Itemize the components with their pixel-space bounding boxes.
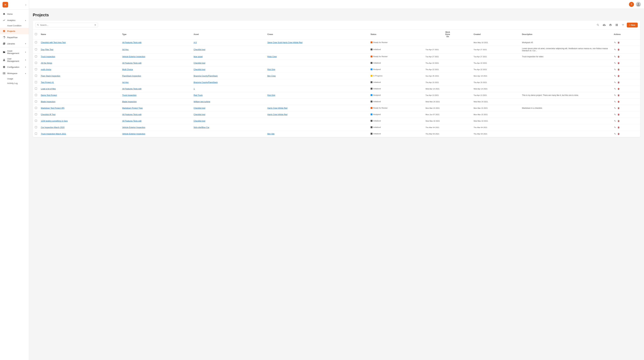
project-asset-link[interactable]: A-5 bbox=[194, 41, 197, 44]
project-crews-link[interactable]: Rob Only bbox=[268, 68, 275, 71]
edit-button[interactable]: ✎ bbox=[614, 41, 616, 44]
project-asset-link[interactable]: Checklist test bbox=[194, 68, 205, 71]
delete-button[interactable]: 🗑 bbox=[617, 119, 620, 123]
edit-button[interactable]: ✎ bbox=[614, 68, 616, 71]
project-name-link[interactable]: Checklist IR Test bbox=[41, 113, 56, 116]
help-button[interactable]: ? bbox=[629, 2, 634, 7]
project-name-link[interactable]: 1234 testing something in here bbox=[41, 120, 68, 122]
row-checkbox-3[interactable] bbox=[35, 62, 37, 64]
project-name-link[interactable]: Test Project #1 bbox=[41, 81, 54, 83]
project-crews-link[interactable]: Ben Crew bbox=[268, 75, 276, 77]
edit-button[interactable]: ✎ bbox=[614, 87, 616, 90]
edit-button[interactable]: ✎ bbox=[614, 55, 616, 58]
sidebar-item-repairflow[interactable]: RepairFlow bbox=[0, 34, 29, 41]
project-name-link[interactable]: Truck Inspection March 2021 bbox=[41, 133, 66, 135]
edit-button[interactable]: ✎ bbox=[614, 119, 616, 123]
project-asset-link[interactable]: Checklist test bbox=[194, 113, 205, 116]
project-type-link[interactable]: Vehicle Exterior Inspection bbox=[122, 56, 145, 58]
project-crews-link[interactable]: Ben Site bbox=[268, 133, 274, 135]
row-checkbox-5[interactable] bbox=[35, 75, 37, 77]
project-type-link[interactable]: Markdown Project Type bbox=[122, 107, 142, 109]
project-name-link[interactable]: Dup Files Test bbox=[41, 49, 53, 51]
row-checkbox-1[interactable] bbox=[35, 48, 37, 50]
new-project-button[interactable]: + New bbox=[627, 23, 638, 28]
project-type-link[interactable]: Multi Choice bbox=[122, 68, 133, 71]
project-type-link[interactable]: All Features Tests edit bbox=[122, 113, 142, 116]
project-asset-link[interactable]: blue asset bbox=[194, 56, 202, 58]
project-type-link[interactable]: Ad Hoc bbox=[122, 49, 129, 51]
project-asset-link[interactable]: Checklist test bbox=[194, 62, 205, 64]
sidebar-item-activity-log[interactable]: Activity Log bbox=[7, 81, 29, 86]
select-all-checkbox[interactable] bbox=[35, 33, 37, 35]
sidebar-item-home[interactable]: Home bbox=[0, 11, 29, 17]
edit-button[interactable]: ✎ bbox=[614, 107, 616, 110]
project-name-link[interactable]: Truck Inspection bbox=[41, 56, 55, 58]
row-checkbox-6[interactable] bbox=[35, 81, 37, 83]
row-checkbox-11[interactable] bbox=[35, 113, 37, 115]
search-clear-button[interactable]: ✕ bbox=[94, 24, 96, 26]
sidebar-item-asset-management[interactable]: Asset Management ▼ bbox=[0, 48, 29, 56]
project-type-link[interactable]: Blade Inspection bbox=[122, 101, 137, 103]
project-crews-link[interactable]: Harris Crew Infinite Red bbox=[268, 113, 287, 116]
project-asset-link[interactable]: Brazoria County/FlareStack bbox=[194, 81, 218, 83]
delete-button[interactable]: 🗑 bbox=[617, 132, 620, 135]
edit-button[interactable]: ✎ bbox=[614, 126, 616, 129]
delete-button[interactable]: 🗑 bbox=[617, 81, 620, 84]
delete-button[interactable]: 🗑 bbox=[617, 48, 620, 51]
project-name-link[interactable]: Checklist with Text Area Test bbox=[41, 41, 66, 44]
edit-button[interactable]: ✎ bbox=[614, 74, 616, 78]
filter-button[interactable] bbox=[620, 23, 626, 28]
row-checkbox-0[interactable] bbox=[35, 41, 37, 43]
edit-button[interactable]: ✎ bbox=[614, 113, 616, 116]
sidebar-item-workspace[interactable]: Workspace ▲ bbox=[0, 70, 29, 76]
project-type-link[interactable]: All Features Tests edit bbox=[122, 88, 142, 90]
project-name-link[interactable]: All the things bbox=[41, 62, 52, 64]
project-type-link[interactable]: FlareStack Inspection bbox=[122, 75, 141, 77]
row-checkbox-4[interactable] bbox=[35, 68, 37, 70]
project-type-link[interactable]: Truck Inspection bbox=[122, 94, 136, 96]
project-name-link[interactable]: Blade Inspection bbox=[41, 101, 55, 103]
sidebar-item-user-management[interactable]: User Management ▼ bbox=[0, 56, 29, 64]
print-button[interactable] bbox=[608, 23, 613, 28]
delete-button[interactable]: 🗑 bbox=[617, 87, 620, 90]
project-name-link[interactable]: Load a lot of files bbox=[41, 88, 56, 90]
project-asset-link[interactable]: Checklist test bbox=[194, 49, 205, 51]
project-name-link[interactable]: Flare Stack Inspection bbox=[41, 75, 60, 77]
project-asset-link[interactable]: Red Truck bbox=[194, 94, 202, 96]
row-checkbox-2[interactable] bbox=[35, 55, 37, 57]
delete-button[interactable]: 🗑 bbox=[617, 55, 620, 58]
sidebar-item-usage[interactable]: Usage bbox=[7, 76, 29, 81]
row-checkbox-10[interactable] bbox=[35, 107, 37, 109]
project-type-link[interactable]: All Features Tests edit bbox=[122, 120, 142, 122]
sidebar-collapse-button[interactable]: ‹ bbox=[26, 3, 26, 7]
edit-button[interactable]: ✎ bbox=[614, 62, 616, 65]
project-type-link[interactable]: Vehicle Exterior Inspection bbox=[122, 126, 145, 128]
delete-button[interactable]: 🗑 bbox=[617, 113, 620, 116]
row-checkbox-9[interactable] bbox=[35, 100, 37, 102]
project-crews-link[interactable]: Robs Crew bbox=[268, 56, 277, 58]
project-crews-link[interactable]: Harris Crew Infinite Red bbox=[268, 107, 287, 109]
search-input[interactable] bbox=[40, 24, 94, 26]
project-asset-link[interactable]: 1 bbox=[194, 88, 195, 90]
project-type-link[interactable]: All Features Tests edit bbox=[122, 62, 142, 64]
project-asset-link[interactable]: William test turbine bbox=[194, 101, 210, 103]
sidebar-item-configuration[interactable]: Configuration ▼ bbox=[0, 64, 29, 70]
project-crews-link[interactable]: Rob Only bbox=[268, 94, 275, 96]
edit-button[interactable]: ✎ bbox=[614, 94, 616, 97]
row-checkbox-8[interactable] bbox=[35, 94, 37, 96]
project-asset-link[interactable]: Nick-site/Blue Car bbox=[194, 126, 209, 128]
delete-button[interactable]: 🗑 bbox=[617, 100, 620, 103]
project-type-link[interactable]: All Features Tests edit bbox=[122, 41, 142, 44]
delete-button[interactable]: 🗑 bbox=[617, 41, 620, 44]
sidebar-item-libraries[interactable]: Libraries ▼ bbox=[0, 41, 29, 47]
project-name-link[interactable]: Demo Test Project bbox=[41, 94, 57, 96]
sidebar-item-asset-condition[interactable]: Asset Condition bbox=[7, 23, 29, 28]
delete-button[interactable]: 🗑 bbox=[617, 68, 620, 71]
row-checkbox-7[interactable] bbox=[35, 88, 37, 90]
edit-button[interactable]: ✎ bbox=[614, 132, 616, 135]
delete-button[interactable]: 🗑 bbox=[617, 62, 620, 65]
delete-button[interactable]: 🗑 bbox=[617, 107, 620, 110]
delete-button[interactable]: 🗑 bbox=[617, 94, 620, 97]
edit-button[interactable]: ✎ bbox=[614, 81, 616, 84]
row-checkbox-12[interactable] bbox=[35, 120, 37, 122]
